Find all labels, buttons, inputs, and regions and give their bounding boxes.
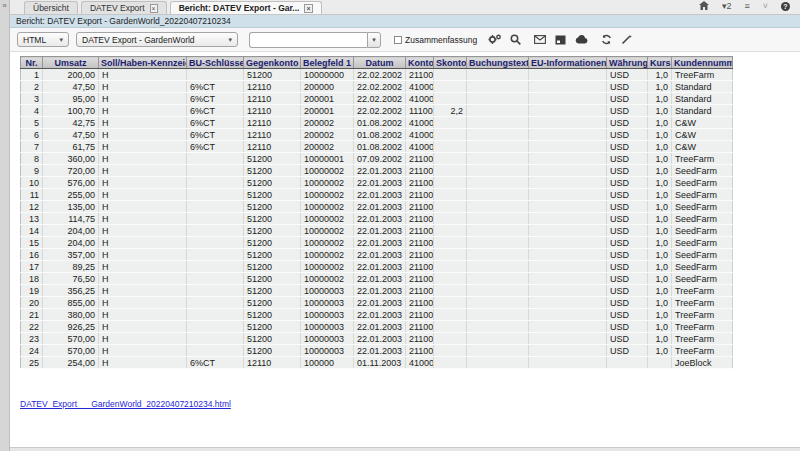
- report-file-link[interactable]: DATEV_Export___GardenWorld_2022040721023…: [20, 399, 231, 409]
- table-cell: [187, 165, 244, 177]
- table-cell: USD: [607, 213, 648, 225]
- help-icon[interactable]: ?: [781, 2, 790, 11]
- chevron-down-icon[interactable]: ˅: [763, 2, 768, 11]
- report-content: Nr.UmsatzSoll/Haben-KennzeichenBU-Schlüs…: [10, 52, 800, 447]
- table-cell: [434, 93, 467, 105]
- table-cell: 10000003: [301, 345, 354, 357]
- close-icon[interactable]: ×: [150, 4, 158, 13]
- table-cell: 10: [21, 177, 43, 189]
- table-cell: 22.01.2003: [354, 249, 406, 261]
- table-cell: [467, 93, 529, 105]
- table-cell: TreeFarm: [672, 309, 733, 321]
- email-icon[interactable]: [534, 35, 546, 44]
- table-cell: 254,00: [43, 357, 99, 369]
- sidebar-expand-button[interactable]: »: [0, 0, 10, 451]
- table-cell: 12110: [244, 81, 301, 93]
- table-cell: SeedFarm: [672, 165, 733, 177]
- table-cell: [434, 165, 467, 177]
- window-count-dropdown[interactable]: ▾2: [722, 2, 732, 11]
- tab-datev-export[interactable]: DATEV Export ×: [81, 1, 167, 14]
- table-cell: [187, 261, 244, 273]
- table-cell: 1,0: [648, 309, 672, 321]
- table-cell: 51200: [244, 213, 301, 225]
- close-icon[interactable]: ×: [304, 4, 312, 13]
- table-cell: [434, 177, 467, 189]
- table-cell: C&W: [672, 129, 733, 141]
- tab-label: Bericht: DATEV Export - Gar...: [179, 3, 300, 13]
- wizard-icon[interactable]: [621, 34, 632, 45]
- table-cell: [187, 237, 244, 249]
- table-cell: 1,0: [648, 153, 672, 165]
- table-cell: H: [99, 297, 187, 309]
- app-window: » Übersicht DATEV Export × Bericht: DATE…: [0, 0, 800, 451]
- table-cell: 41000: [406, 357, 434, 369]
- page-title: Bericht: DATEV Export - GardenWorld_2022…: [16, 16, 231, 26]
- table-cell: 21100: [406, 345, 434, 357]
- table-cell: 17: [21, 261, 43, 273]
- table-cell: [467, 333, 529, 345]
- table-cell: 1,0: [648, 333, 672, 345]
- table-cell: [529, 333, 607, 345]
- table-cell: 10000000: [301, 69, 354, 81]
- table-cell: [529, 213, 607, 225]
- table-cell: H: [99, 141, 187, 153]
- tab-uebersicht[interactable]: Übersicht: [24, 1, 78, 14]
- table-cell: [434, 297, 467, 309]
- table-cell: [607, 357, 648, 369]
- sidebar-expand-icon: »: [2, 1, 6, 10]
- table-cell: 1,0: [648, 69, 672, 81]
- table-cell: 21100: [406, 285, 434, 297]
- home-icon[interactable]: [699, 1, 709, 12]
- table-cell: 11100: [406, 105, 434, 117]
- format-select[interactable]: HTML ▾: [17, 32, 69, 47]
- refresh-icon[interactable]: [601, 34, 612, 45]
- table-cell: H: [99, 81, 187, 93]
- table-cell: H: [99, 357, 187, 369]
- table-cell: [529, 177, 607, 189]
- summary-checkbox[interactable]: [394, 36, 402, 44]
- filter-input[interactable]: [249, 32, 367, 48]
- table-cell: SeedFarm: [672, 177, 733, 189]
- table-cell: [187, 297, 244, 309]
- table-cell: USD: [607, 309, 648, 321]
- tab-bericht-datev-export[interactable]: Bericht: DATEV Export - Gar... ×: [170, 1, 322, 14]
- table-cell: [467, 213, 529, 225]
- table-cell: 51200: [244, 297, 301, 309]
- table-cell: 10000002: [301, 213, 354, 225]
- table-cell: 6: [21, 129, 43, 141]
- table-cell: 51200: [244, 165, 301, 177]
- table-cell: H: [99, 261, 187, 273]
- menu-icon[interactable]: ≡: [744, 2, 749, 11]
- combo-dropdown-button[interactable]: ▾: [367, 32, 381, 48]
- table-cell: TreeFarm: [672, 153, 733, 165]
- column-header: Belegfeld 1: [301, 57, 354, 69]
- table-cell: 6%CT: [187, 141, 244, 153]
- table-cell: 1,0: [648, 249, 672, 261]
- table-cell: SeedFarm: [672, 189, 733, 201]
- table-cell: USD: [607, 93, 648, 105]
- table-cell: [467, 321, 529, 333]
- table-cell: 1,0: [648, 117, 672, 129]
- table-cell: USD: [607, 141, 648, 153]
- table-cell: Standard: [672, 93, 733, 105]
- table-cell: 12: [21, 201, 43, 213]
- export-icon[interactable]: [575, 35, 588, 44]
- table-cell: TreeFarm: [672, 321, 733, 333]
- table-cell: 21100: [406, 225, 434, 237]
- table-cell: 1,0: [648, 273, 672, 285]
- table-row: 4100,70H6%CT1211020000122.02.2002111002,…: [21, 105, 733, 117]
- report-select[interactable]: DATEV Export - GardenWorld ▾: [76, 32, 238, 47]
- table-cell: USD: [607, 225, 648, 237]
- table-cell: 10000002: [301, 189, 354, 201]
- table-cell: 22.01.2003: [354, 321, 406, 333]
- table-cell: 2: [21, 81, 43, 93]
- table-cell: USD: [607, 333, 648, 345]
- table-cell: [529, 129, 607, 141]
- filter-combobox: ▾: [249, 32, 381, 48]
- table-cell: 12110: [244, 105, 301, 117]
- process-icon[interactable]: [488, 34, 501, 45]
- table-cell: USD: [607, 261, 648, 273]
- archive-icon[interactable]: [555, 35, 566, 45]
- zoom-icon[interactable]: [510, 34, 521, 45]
- table-row: 21380,00H512001000000322.01.200321100USD…: [21, 309, 733, 321]
